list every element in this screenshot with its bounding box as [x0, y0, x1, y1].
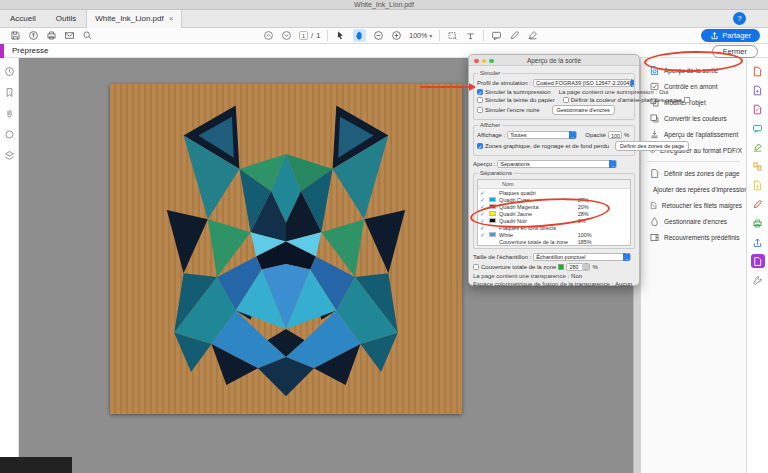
fill-sign-icon[interactable] [527, 30, 538, 41]
ink-manager-button[interactable]: Gestionnaire d'encres [552, 105, 615, 115]
zoom-caret-icon[interactable]: ▾ [429, 32, 432, 39]
panel-item-set-page-boxes[interactable]: Définir des zones de page [641, 165, 746, 181]
compress-pdf-icon[interactable] [751, 178, 765, 192]
tac-value-select[interactable]: 280 ⌃⌄ [566, 263, 590, 271]
separation-value: 185% [578, 239, 628, 245]
separation-row-total[interactable]: Couverture totale de la zone 185% [478, 238, 630, 245]
redact-icon[interactable] [751, 197, 765, 211]
marquee-zoom-icon[interactable] [447, 30, 458, 41]
panel-item-label: Aperçu de l'aplatissement [664, 131, 738, 138]
page-thumbnails-icon[interactable] [4, 66, 15, 77]
print-icon[interactable] [46, 30, 57, 41]
simulation-profile-label: Profil de simulation : [477, 80, 531, 86]
dialog-title: Aperçu de la sortie [527, 57, 581, 64]
set-page-boxes-button[interactable]: Définir des zones de page [615, 141, 689, 151]
prepress-active-icon[interactable] [751, 254, 765, 268]
opacity-field[interactable]: 100 [608, 131, 622, 139]
layers-icon[interactable] [4, 150, 15, 161]
tab-tools[interactable]: Outils [46, 10, 86, 28]
account-avatar[interactable]: ? [733, 12, 746, 25]
simulate-overprint-checkbox[interactable]: ✓ [477, 89, 483, 95]
page-background-color-well[interactable] [684, 97, 690, 103]
more-tools-icon[interactable] [751, 273, 765, 287]
zoom-in-icon[interactable] [391, 30, 402, 41]
set-page-background-checkbox[interactable] [563, 97, 569, 103]
tac-unit: % [592, 264, 597, 270]
panel-item-label: Gestionnaire d'encres [664, 218, 727, 225]
panel-item-ink-manager[interactable]: Gestionnaire d'encres [641, 213, 746, 229]
pdf-page[interactable] [110, 84, 462, 414]
separation-label: White [499, 232, 578, 238]
row-check-icon[interactable]: ✓ [480, 189, 489, 196]
zoom-level[interactable]: 100% ▾ [409, 32, 432, 39]
separations-group-label: Séparations [478, 170, 514, 176]
total-area-coverage-checkbox[interactable] [473, 264, 479, 270]
simulate-black-ink-checkbox[interactable] [477, 107, 483, 113]
page-total: 1 [316, 31, 320, 40]
zoom-level-value: 100% [409, 32, 427, 39]
left-navigation-rail [0, 58, 19, 473]
organize-pages-icon[interactable] [751, 159, 765, 173]
simulation-profile-select[interactable]: Coated FOGRA39 (ISO 12647-2:2004) ⌃⌄ [533, 79, 631, 87]
separation-row[interactable]: ✓ Plaques quadri [478, 189, 630, 196]
measure-tool-icon[interactable] [465, 30, 476, 41]
show-label: Affichage : [477, 132, 505, 138]
opacity-unit: % [624, 132, 629, 138]
tab-home[interactable]: Accueil [0, 10, 46, 28]
panel-item-trap-presets[interactable]: Recouvrements prédéfinis [641, 229, 746, 245]
comments-panel-icon[interactable] [4, 129, 15, 140]
panel-item-flattener-preview[interactable]: Aperçu de l'aplatissement [641, 126, 746, 142]
save-icon[interactable] [10, 30, 21, 41]
minimize-window-icon[interactable] [482, 59, 487, 64]
select-stepper-icon: ⌃⌄ [623, 253, 630, 261]
share-button[interactable]: Partager [701, 29, 760, 42]
comment-tool-icon[interactable] [751, 121, 765, 135]
pencil-icon[interactable] [509, 30, 520, 41]
preview-select[interactable]: Séparations ⌃⌄ [497, 160, 617, 168]
panel-item-label: Retoucher les filets maigres [662, 202, 742, 209]
attachments-icon[interactable] [4, 108, 15, 119]
sample-size-value: Échantillon ponctuel [536, 254, 585, 260]
tab-document[interactable]: White_Ink_Lion.pdf × [86, 10, 182, 28]
send-review-icon[interactable] [751, 235, 765, 249]
fill-sign-tool-icon[interactable] [751, 140, 765, 154]
page-down-icon[interactable] [281, 30, 292, 41]
panel-item-convert-colors[interactable]: Convertir les couleurs [641, 110, 746, 126]
email-icon[interactable] [64, 30, 75, 41]
set-page-background-label: Définir la couleur d'arrière-plan des pa… [571, 97, 682, 103]
comment-icon[interactable] [491, 30, 502, 41]
sample-size-select[interactable]: Échantillon ponctuel ⌃⌄ [533, 253, 631, 261]
window-controls [474, 59, 494, 64]
bookmarks-icon[interactable] [4, 87, 15, 98]
simulate-group-label: Simuler [478, 70, 502, 76]
page-up-icon[interactable] [263, 30, 274, 41]
prepress-title: Prépresse [4, 46, 48, 55]
simulate-paper-color-checkbox[interactable] [477, 97, 483, 103]
separation-row-white[interactable]: ✓ White 100% [478, 231, 630, 238]
select-tool-icon[interactable] [335, 30, 346, 41]
search-icon[interactable] [82, 30, 93, 41]
panel-item-add-printer-marks[interactable]: Ajouter des repères d'impression [641, 181, 746, 197]
panel-item-fix-hairlines[interactable]: Retoucher les filets maigres [641, 197, 746, 213]
tab-document-label: White_Ink_Lion.pdf [95, 10, 164, 28]
upload-icon[interactable] [28, 30, 39, 41]
dialog-titlebar[interactable]: Aperçu de la sortie [469, 55, 639, 66]
page-navigation[interactable]: 1 / 1 [299, 31, 320, 40]
ink-swatch [489, 197, 496, 202]
main-toolbar: 1 / 1 100% ▾ Partager [0, 28, 768, 44]
zoom-window-icon[interactable] [489, 59, 494, 64]
page-boxes-checkbox[interactable]: ✓ [477, 143, 483, 149]
row-check-icon[interactable]: ✓ [480, 231, 489, 238]
create-pdf-icon[interactable] [751, 83, 765, 97]
close-window-icon[interactable] [474, 59, 479, 64]
page-number-field[interactable]: 1 [299, 31, 308, 40]
blend-space-label: Espace colorimétrique de fusion de la tr… [473, 281, 613, 287]
close-tab-icon[interactable]: × [169, 10, 174, 28]
hand-tool-icon[interactable] [353, 29, 366, 42]
print-production-icon[interactable] [751, 216, 765, 230]
zoom-out-icon[interactable] [373, 30, 384, 41]
edit-pdf-icon[interactable] [751, 102, 765, 116]
export-pdf-icon[interactable] [751, 64, 765, 78]
row-check-icon[interactable]: ✓ [480, 196, 489, 203]
show-select[interactable]: Toutes ⌃⌄ [507, 131, 577, 139]
